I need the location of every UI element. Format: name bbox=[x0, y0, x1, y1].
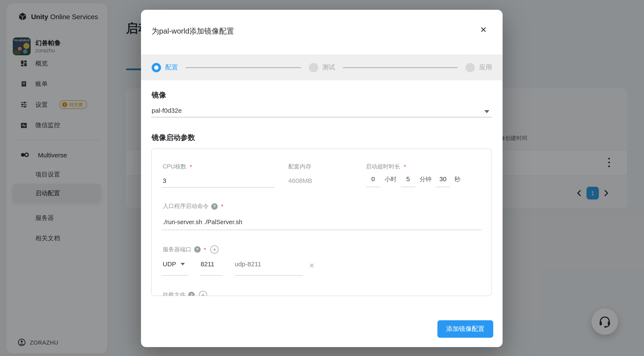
image-select[interactable]: pal-f0d32e bbox=[152, 107, 182, 114]
chevron-down-icon[interactable] bbox=[180, 263, 185, 265]
step-label-apply: 应用 bbox=[479, 63, 492, 71]
required-asterisk: * bbox=[404, 163, 406, 170]
ports-label-row: 服务器端口 ? * + bbox=[163, 245, 218, 253]
step-label-config: 配置 bbox=[165, 63, 178, 71]
cpu-input[interactable] bbox=[163, 177, 248, 184]
timeout-hours-input[interactable] bbox=[366, 175, 380, 187]
command-label: 入口程序启动命令 bbox=[163, 202, 209, 210]
app-background: Unity Online Services PALWORLD 幻兽帕鲁 zora… bbox=[0, 0, 644, 356]
close-icon[interactable]: × bbox=[478, 23, 490, 35]
memory-label: 配套内存 bbox=[288, 163, 311, 171]
step-label-test: 测试 bbox=[322, 63, 335, 71]
step-circle-test[interactable] bbox=[308, 63, 318, 72]
command-underline bbox=[162, 230, 481, 230]
hours-unit: 小时 bbox=[384, 176, 396, 183]
params-card: CPU核数 * 配套内存 启动超时时长 * 4608MB 小时 分钟 bbox=[151, 149, 492, 296]
cpu-label: CPU核数 bbox=[163, 163, 186, 171]
required-asterisk: * bbox=[204, 246, 206, 253]
minutes-unit: 分钟 bbox=[420, 176, 432, 183]
add-port-icon[interactable]: + bbox=[210, 245, 218, 253]
stepper: 配置 测试 应用 bbox=[141, 54, 502, 80]
help-icon[interactable]: ? bbox=[188, 292, 195, 296]
port-name-underline bbox=[235, 275, 303, 276]
cpu-input-underline bbox=[162, 187, 275, 187]
required-asterisk: * bbox=[221, 203, 224, 210]
step-circle-config[interactable] bbox=[152, 63, 161, 72]
ports-label: 服务器端口 bbox=[163, 246, 192, 253]
add-mount-icon[interactable]: + bbox=[199, 291, 207, 296]
add-image-config-button[interactable]: 添加镜像配置 bbox=[438, 320, 493, 338]
command-input[interactable] bbox=[163, 219, 478, 225]
image-section-title: 镜像 bbox=[152, 90, 166, 100]
chevron-down-icon[interactable] bbox=[484, 110, 490, 113]
timeout-group: 小时 分钟 秒 bbox=[366, 175, 465, 187]
modal-title: 为pal-world添加镜像配置 bbox=[152, 26, 234, 36]
mount-label: 挂载文件 bbox=[163, 291, 186, 296]
protocol-select[interactable]: UDP bbox=[163, 260, 176, 268]
port-number-underline bbox=[200, 275, 222, 276]
params-section-title: 镜像启动参数 bbox=[152, 133, 195, 143]
step-connector bbox=[343, 67, 458, 68]
required-asterisk: * bbox=[190, 163, 192, 170]
help-icon[interactable]: ? bbox=[194, 246, 200, 253]
step-connector bbox=[186, 67, 301, 68]
port-number-input[interactable] bbox=[200, 260, 222, 268]
protocol-underline bbox=[162, 275, 188, 276]
mount-label-row: 挂载文件 ? + bbox=[163, 291, 207, 296]
cpu-label-row: CPU核数 * bbox=[163, 163, 192, 171]
timeout-minutes-input[interactable] bbox=[401, 175, 415, 187]
remove-port-icon[interactable]: × bbox=[309, 261, 314, 270]
port-name-input[interactable] bbox=[235, 260, 302, 268]
help-icon[interactable]: ? bbox=[211, 203, 218, 209]
memory-value: 4608MB bbox=[288, 177, 312, 184]
timeout-seconds-input[interactable] bbox=[436, 175, 450, 187]
image-select-underline bbox=[151, 117, 492, 117]
add-image-config-modal: 为pal-world添加镜像配置 × 配置 测试 应用 镜像 pal-f0d32… bbox=[141, 10, 502, 347]
step-circle-apply[interactable] bbox=[466, 63, 475, 72]
seconds-unit: 秒 bbox=[454, 176, 460, 183]
timeout-label-row: 启动超时时长 * bbox=[366, 163, 406, 171]
command-label-row: 入口程序启动命令 ? * bbox=[163, 202, 224, 210]
screen: Unity Online Services PALWORLD 幻兽帕鲁 zora… bbox=[0, 0, 644, 356]
timeout-label: 启动超时时长 bbox=[366, 163, 400, 171]
